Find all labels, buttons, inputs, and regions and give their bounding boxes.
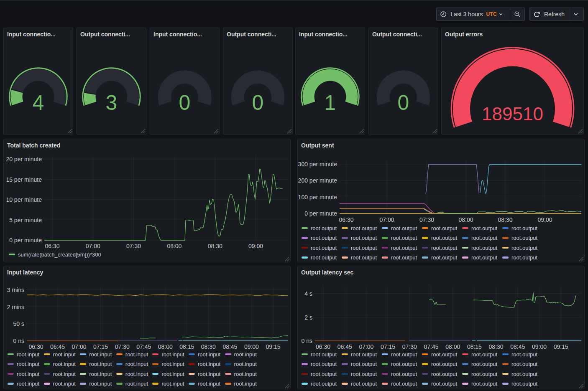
svg-text:100 per minute: 100 per minute [298, 194, 337, 201]
svg-text:06:30: 06:30 [45, 243, 59, 249]
svg-text:300 per minute: 300 per minute [298, 161, 337, 168]
svg-text:08:30: 08:30 [498, 216, 512, 223]
svg-text:1: 1 [325, 91, 336, 114]
svg-text:2 s: 2 s [304, 314, 312, 321]
svg-text:08:30: 08:30 [201, 343, 216, 350]
svg-text:08:30: 08:30 [208, 243, 222, 249]
svg-text:0: 0 [398, 91, 409, 114]
svg-text:08:00: 08:00 [458, 216, 473, 223]
svg-text:08:15: 08:15 [467, 343, 482, 350]
svg-text:3 mins: 3 mins [7, 287, 24, 293]
svg-text:0 ns: 0 ns [13, 338, 24, 344]
svg-text:06:45: 06:45 [50, 343, 65, 350]
svg-text:07:30: 07:30 [419, 216, 434, 223]
svg-text:4: 4 [33, 91, 44, 114]
svg-text:08:45: 08:45 [510, 343, 525, 350]
svg-text:0 per minute: 0 per minute [304, 210, 337, 217]
svg-text:07:15: 07:15 [381, 343, 395, 350]
svg-text:07:00: 07:00 [72, 343, 87, 350]
svg-text:09:00: 09:00 [532, 343, 547, 350]
svg-text:07:45: 07:45 [136, 343, 151, 350]
svg-text:06:45: 06:45 [337, 343, 352, 350]
svg-text:50 s: 50 s [13, 320, 24, 327]
svg-text:08:30: 08:30 [489, 343, 504, 350]
svg-text:08:00: 08:00 [158, 343, 173, 350]
svg-text:0 ns: 0 ns [302, 338, 312, 344]
svg-text:08:45: 08:45 [222, 343, 237, 350]
svg-text:09:00: 09:00 [537, 216, 552, 223]
svg-text:09:00: 09:00 [244, 343, 259, 350]
svg-text:06:30: 06:30 [339, 216, 353, 223]
svg-text:2 mins: 2 mins [7, 304, 24, 310]
svg-text:07:45: 07:45 [424, 343, 438, 350]
svg-text:07:15: 07:15 [93, 343, 108, 350]
svg-text:20 per minute: 20 per minute [6, 156, 42, 162]
svg-text:06:30: 06:30 [316, 343, 330, 350]
svg-text:15 per minute: 15 per minute [6, 176, 42, 183]
svg-text:09:15: 09:15 [266, 343, 280, 350]
svg-text:07:30: 07:30 [402, 343, 417, 350]
svg-text:0 per minute: 0 per minute [9, 237, 42, 244]
svg-text:3: 3 [106, 91, 118, 114]
svg-text:200 per minute: 200 per minute [298, 177, 337, 184]
svg-text:08:00: 08:00 [445, 343, 460, 350]
svg-text:08:15: 08:15 [179, 343, 194, 350]
svg-text:0: 0 [179, 91, 191, 114]
svg-text:4 s: 4 s [304, 290, 312, 297]
svg-text:06:30: 06:30 [28, 343, 43, 350]
svg-text:07:30: 07:30 [115, 343, 130, 350]
svg-text:08:00: 08:00 [167, 243, 182, 249]
svg-text:5 per minute: 5 per minute [9, 217, 42, 223]
svg-text:09:00: 09:00 [248, 243, 263, 249]
svg-text:0: 0 [252, 91, 264, 114]
svg-text:189510: 189510 [482, 104, 543, 124]
svg-text:07:00: 07:00 [359, 343, 373, 350]
svg-text:10 per minute: 10 per minute [6, 196, 42, 203]
svg-text:07:00: 07:00 [379, 216, 394, 223]
svg-text:07:30: 07:30 [126, 243, 141, 249]
svg-text:09:15: 09:15 [554, 343, 568, 350]
svg-text:07:00: 07:00 [86, 243, 100, 249]
